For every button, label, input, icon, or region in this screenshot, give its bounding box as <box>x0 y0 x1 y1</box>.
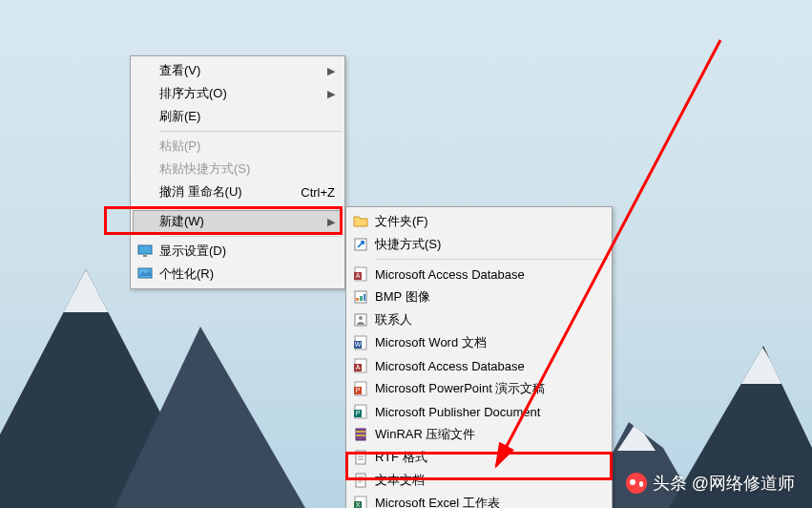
submenu-contact[interactable]: 联系人 <box>348 308 610 331</box>
powerpoint-icon: P <box>352 380 369 397</box>
display-icon <box>136 243 154 260</box>
menu-personalize[interactable]: 个性化(R) <box>133 263 343 286</box>
svg-text:A: A <box>356 364 361 370</box>
submenu-rtf[interactable]: RTF 格式 <box>348 446 610 469</box>
menu-paste-shortcut: 粘贴快捷方式(S) <box>133 158 343 180</box>
desktop-context-menu: 查看(V)▶ 排序方式(O)▶ 刷新(E) 粘贴(P) 粘贴快捷方式(S) 撤消… <box>130 55 345 289</box>
svg-rect-27 <box>356 434 365 436</box>
svg-text:W: W <box>355 341 362 348</box>
chevron-right-icon: ▶ <box>327 88 335 100</box>
shortcut-text: Ctrl+Z <box>301 185 335 200</box>
menu-undo-rename[interactable]: 撤消 重命名(U)Ctrl+Z <box>133 180 343 203</box>
chevron-right-icon: ▶ <box>327 65 335 77</box>
submenu-word[interactable]: WMicrosoft Word 文档 <box>348 331 610 354</box>
watermark-text: 头条 @网络修道师 <box>653 472 795 495</box>
svg-text:A: A <box>356 272 361 279</box>
contact-icon <box>352 311 369 328</box>
menu-separator <box>159 236 342 237</box>
access-icon: A <box>352 357 369 374</box>
rar-icon <box>352 426 369 443</box>
menu-separator <box>159 206 342 207</box>
svg-rect-8 <box>356 298 359 301</box>
svg-rect-10 <box>364 294 365 301</box>
submenu-excel[interactable]: XMicrosoft Excel 工作表 <box>348 492 610 508</box>
menu-new[interactable]: 新建(W)▶ <box>133 210 343 233</box>
shortcut-icon <box>352 236 369 253</box>
menu-refresh[interactable]: 刷新(E) <box>133 105 343 128</box>
svg-text:P: P <box>356 410 361 416</box>
folder-icon <box>352 213 369 230</box>
svg-text:X: X <box>356 501 361 508</box>
excel-icon: X <box>352 495 369 508</box>
svg-point-12 <box>359 316 363 320</box>
submenu-text-document[interactable]: 文本文档 <box>348 469 610 492</box>
svg-rect-26 <box>356 431 365 433</box>
toutiao-logo-icon <box>626 473 647 494</box>
submenu-publisher[interactable]: PMicrosoft Publisher Document <box>348 400 610 423</box>
text-file-icon <box>352 472 369 489</box>
submenu-winrar[interactable]: WinRAR 压缩文件 <box>348 423 610 446</box>
menu-separator <box>159 131 342 132</box>
submenu-access-db-2[interactable]: AMicrosoft Access Database <box>348 354 610 377</box>
svg-rect-1 <box>143 255 147 257</box>
submenu-access-db[interactable]: AMicrosoft Access Database <box>348 263 610 286</box>
rtf-icon <box>352 449 369 466</box>
svg-text:P: P <box>356 387 361 393</box>
publisher-icon: P <box>352 403 369 420</box>
access-icon: A <box>352 265 369 283</box>
submenu-shortcut[interactable]: 快捷方式(S) <box>348 233 610 256</box>
menu-view[interactable]: 查看(V)▶ <box>133 59 343 82</box>
menu-separator <box>375 259 609 260</box>
svg-rect-9 <box>360 296 363 301</box>
submenu-folder[interactable]: 文件夹(F) <box>348 210 610 233</box>
watermark: 头条 @网络修道师 <box>626 472 795 495</box>
personalize-icon <box>136 265 154 283</box>
submenu-powerpoint[interactable]: PMicrosoft PowerPoint 演示文稿 <box>348 377 610 400</box>
svg-rect-28 <box>356 451 365 464</box>
menu-display-settings[interactable]: 显示设置(D) <box>133 240 343 263</box>
chevron-right-icon: ▶ <box>327 216 335 228</box>
submenu-bmp[interactable]: BMP 图像 <box>348 286 610 308</box>
new-submenu: 文件夹(F) 快捷方式(S) AMicrosoft Access Databas… <box>345 206 613 508</box>
bmp-icon <box>352 288 369 306</box>
menu-sort[interactable]: 排序方式(O)▶ <box>133 82 343 105</box>
menu-paste: 粘贴(P) <box>133 135 343 158</box>
svg-rect-0 <box>138 245 152 254</box>
word-icon: W <box>352 334 369 351</box>
